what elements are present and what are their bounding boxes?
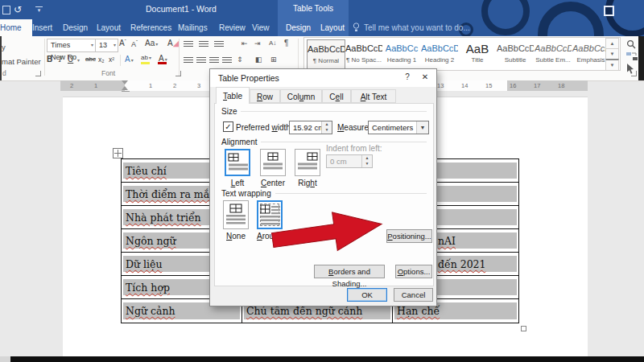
font-dialog-launcher-icon[interactable] [175, 71, 181, 76]
alignment-center-tile[interactable] [260, 149, 286, 176]
align-center-icon[interactable] [196, 57, 206, 64]
line-spacing-icon[interactable]: ⇕ [237, 56, 243, 64]
combo-dropdown-icon[interactable]: ▼ [416, 121, 428, 134]
borders-icon[interactable]: ⊞ [270, 56, 277, 64]
dialog-help-icon[interactable]: ? [401, 72, 414, 81]
tab-view[interactable]: View [252, 19, 270, 36]
underline-icon[interactable]: U [68, 55, 73, 64]
style-subtle-emphasis[interactable]: AaBbCcDiSubtle Em... [535, 39, 572, 68]
preferred-width-checkbox[interactable]: ✓ [223, 121, 233, 132]
clipboard-copy-fragment[interactable]: y [2, 43, 6, 51]
grow-font-icon[interactable]: Aˆ [119, 39, 126, 47]
italic-icon[interactable]: I [58, 55, 61, 64]
indent-from-left-spinner: 0 cm ▲▼ [326, 154, 373, 168]
align-left-icon[interactable] [184, 57, 193, 64]
dialog-tab-table[interactable]: Table [216, 87, 250, 104]
alignment-left-tile[interactable] [225, 149, 250, 176]
ruler-number: 18 [558, 82, 564, 89]
increase-indent-icon[interactable]: ⇥ [254, 39, 261, 47]
shrink-font-icon[interactable]: Aˇ [131, 39, 138, 48]
style-title[interactable]: AaBTitle [459, 39, 496, 68]
tab-mailings[interactable]: Mailings [178, 19, 208, 36]
underline-dropdown-icon[interactable]: ▾ [76, 55, 80, 64]
ruler-number: 17 [534, 82, 540, 89]
wrapping-none-tile[interactable] [223, 200, 249, 229]
dialog-close-icon[interactable]: ✕ [419, 72, 431, 81]
indent-value: 0 cm [330, 155, 347, 167]
tab-references[interactable]: References [130, 19, 171, 36]
tell-me-box[interactable]: Tell me what you want to do... [364, 19, 470, 36]
preferred-width-spinner[interactable]: 15.92 cm ▲▼ [289, 121, 332, 134]
tab-design[interactable]: Design [63, 19, 88, 36]
text-wrapping-section-header: Text wrapping [221, 189, 427, 198]
bottom-black-bar [0, 356, 644, 362]
pilcrow-icon[interactable]: ¶ [284, 39, 288, 47]
font-color-bar [158, 62, 167, 64]
dialog-tab-column[interactable]: Column [280, 89, 322, 103]
strikethrough-icon[interactable]: abc [85, 56, 96, 63]
find-icon[interactable] [626, 39, 637, 50]
gallery-more-icon[interactable]: ▼ [605, 59, 619, 71]
dialog-title: Table Properties [218, 73, 279, 83]
measure-in-combo[interactable]: Centimeters ▼ [368, 121, 429, 134]
style-heading1[interactable]: AaBbCcHeading 1 [383, 39, 420, 68]
table-move-handle-icon[interactable] [113, 148, 123, 158]
options-button[interactable]: Options... [395, 265, 432, 278]
dialog-tab-row[interactable]: Row [250, 89, 280, 103]
superscript-icon[interactable]: x² [109, 56, 114, 64]
gallery-scroll-up-icon[interactable]: ▲ [605, 38, 619, 49]
subscript-icon[interactable]: x₂ [98, 56, 105, 64]
justify-icon[interactable] [222, 57, 232, 64]
shading-icon[interactable]: ◧ [255, 56, 262, 64]
clear-formatting-icon[interactable]: A◢ [167, 39, 179, 47]
preferred-width-label: Preferred width: [236, 123, 293, 132]
save-icon[interactable] [2, 6, 10, 14]
gallery-scroll-down-icon[interactable]: ▼ [605, 48, 619, 60]
tab-layout[interactable]: Layout [97, 19, 121, 36]
alignment-center-label: Center [260, 179, 286, 187]
clipboard-group-label-fragment: d [2, 69, 6, 77]
align-right-icon[interactable] [209, 57, 219, 64]
sort-icon[interactable]: A↓ [269, 39, 276, 47]
tab-review[interactable]: Review [219, 19, 246, 36]
tab-insert[interactable]: Insert [32, 19, 52, 36]
tab-table-design[interactable]: Design [286, 19, 311, 36]
table-resize-handle-icon[interactable] [521, 326, 526, 331]
cancel-button[interactable]: Cancel [394, 288, 433, 302]
borders-and-shading-button[interactable]: Borders and Shading... [314, 265, 385, 278]
undo-icon[interactable]: ↺ [14, 4, 22, 15]
positioning-button[interactable]: Positioning... [386, 229, 432, 243]
font-size-combo[interactable]: 13▾ [95, 39, 118, 52]
ruler-number: 13 [437, 82, 444, 89]
replace-icon[interactable] [626, 51, 638, 61]
bold-icon[interactable]: B [47, 55, 52, 64]
dialog-tab-cell[interactable]: Cell [322, 89, 351, 103]
word-window: ↺ ▾ Document1 - Word Table Tools Home In… [0, 0, 644, 362]
decrease-indent-icon[interactable]: ⇤ [242, 39, 248, 47]
highlight-color-icon[interactable]: ab▾ [141, 54, 151, 61]
change-case-icon[interactable]: Aa▾ [145, 39, 158, 47]
hanging-indent-marker[interactable] [122, 86, 128, 90]
style-normal[interactable]: AaBbCcDc¶ Normal [307, 39, 345, 69]
multilevel-list-icon[interactable] [214, 41, 224, 48]
window-control-icon[interactable] [604, 6, 614, 16]
numbering-icon[interactable] [199, 41, 208, 48]
text-effects-icon[interactable]: A▾ [125, 55, 134, 64]
spinner-arrows-icon[interactable]: ▲▼ [321, 121, 332, 134]
first-line-indent-marker[interactable] [122, 80, 128, 84]
tab-table-layout[interactable]: Layout [320, 19, 345, 36]
ok-button[interactable]: OK [347, 288, 387, 302]
alignment-right-tile[interactable] [295, 149, 320, 176]
styles-dialog-launcher-icon[interactable] [631, 71, 637, 76]
dialog-tab-alt-text[interactable]: Alt Text [351, 89, 396, 103]
tab-home[interactable]: Home [0, 19, 32, 36]
style-subtitle[interactable]: AaBbCcDSubtitle [497, 39, 534, 68]
font-name-combo[interactable]: Times New Ro▾ [47, 39, 96, 52]
style-emphasis[interactable]: AaBbCcDiEmphasis [572, 39, 609, 68]
bullets-icon[interactable] [184, 41, 193, 48]
style-no-spacing[interactable]: AaBbCcDc¶ No Spac... [345, 39, 382, 68]
style-heading2[interactable]: AaBbCcDHeading 2 [421, 39, 458, 68]
format-painter-fragment[interactable]: mat Painter [2, 57, 41, 66]
customize-qat-icon[interactable]: ▾ [35, 6, 43, 14]
clipboard-dialog-launcher-icon[interactable] [35, 71, 41, 76]
